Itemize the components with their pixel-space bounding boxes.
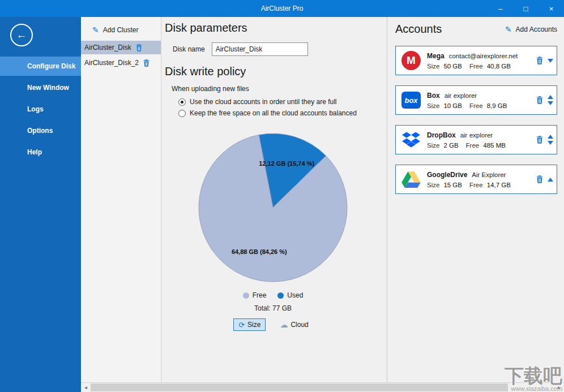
app-window: AirCluster Pro – □ × ← Configure Disk Ne… [0, 0, 564, 392]
account-name: contact@airexplorer.net [449, 53, 518, 59]
account-card-mega: M Mega contact@airexplorer.net Size 50 G… [395, 46, 557, 75]
minimize-button[interactable]: – [488, 0, 513, 17]
trash-icon [136, 44, 142, 51]
disk-write-policy-title: Disk write policy [165, 65, 381, 78]
googledrive-logo-icon [401, 169, 421, 189]
size-value: 15 GB [443, 182, 462, 188]
free-value: 485 MB [483, 142, 506, 149]
cluster-list-panel: ✎ Add Cluster AirCluster_Disk [81, 17, 161, 382]
pencil-icon: ✎ [505, 25, 512, 33]
sidebar-item-new-window[interactable]: New Window [0, 78, 81, 97]
trash-icon [143, 59, 149, 67]
sidebar-item-logs[interactable]: Logs [0, 100, 81, 119]
delete-account-button[interactable] [536, 175, 543, 183]
add-accounts-button[interactable]: ✎ Add Accounts [505, 25, 557, 33]
cloud-icon: ☁ [280, 321, 288, 329]
disk-parameters-title: Disk parameters [165, 21, 381, 35]
free-label: Free [469, 63, 483, 70]
sidebar-item-help[interactable]: Help [0, 143, 81, 162]
main-panel: Disk parameters Disk name Disk write pol… [161, 17, 387, 382]
scroll-left-button[interactable]: ◄ [81, 383, 91, 392]
move-down-button[interactable] [548, 101, 553, 105]
account-provider: GoogleDrive [427, 171, 467, 179]
delete-account-button[interactable] [536, 57, 543, 64]
move-up-button[interactable] [548, 95, 553, 99]
scroll-thumb[interactable] [91, 384, 508, 391]
size-label: Size [427, 63, 439, 70]
box-logo-icon: box [401, 90, 421, 110]
free-label: Free [466, 142, 480, 149]
chart-legend: Free Used [165, 291, 381, 299]
size-label: Size [427, 182, 439, 188]
scroll-right-button[interactable]: ► [554, 383, 564, 392]
add-cluster-button[interactable]: ✎ Add Cluster [81, 23, 161, 41]
total-label: Total: 77 GB [165, 304, 381, 312]
refresh-icon: ⟳ [238, 321, 245, 329]
disk-usage-pie-chart: 12,12 GB (15,74 %) 64,88 GB (84,26 %) [194, 128, 352, 287]
account-provider: Box [427, 92, 440, 100]
cluster-name: AirCluster_Disk [84, 44, 131, 51]
delete-cluster-button[interactable] [136, 44, 142, 51]
dropbox-logo-icon [401, 130, 421, 150]
size-value: 2 GB [443, 142, 458, 149]
free-value: 40,8 GB [487, 63, 511, 70]
account-card-dropbox: DropBox air explorer Size 2 GB Free 485 … [395, 125, 557, 154]
back-button[interactable]: ← [10, 24, 33, 46]
window-title: AirCluster Pro [76, 5, 488, 12]
move-up-button[interactable] [548, 135, 553, 139]
size-button-label: Size [247, 321, 260, 329]
delete-account-button[interactable] [536, 96, 543, 104]
radio-icon[interactable] [178, 98, 186, 106]
free-label: Free [469, 102, 483, 109]
move-down-button[interactable] [548, 59, 553, 63]
mega-logo-icon: M [401, 50, 421, 71]
cluster-row-aircluster-disk[interactable]: AirCluster_Disk [81, 41, 161, 54]
sidebar-item-configure-disk[interactable]: Configure Disk [0, 57, 81, 76]
cluster-name: AirCluster_Disk_2 [84, 59, 139, 67]
maximize-button[interactable]: □ [513, 0, 539, 17]
cloud-button-label: Cloud [290, 321, 308, 329]
legend-free-label: Free [253, 291, 267, 299]
size-value: 10 GB [443, 102, 462, 109]
legend-item-free: Free [243, 291, 267, 299]
size-toggle-button[interactable]: ⟳ Size [233, 318, 266, 331]
pie-label-0: 12,12 GB (15,74 %) [259, 160, 314, 167]
move-up-button[interactable] [548, 178, 553, 182]
titlebar: AirCluster Pro – □ × [0, 0, 564, 17]
add-cluster-label: Add Cluster [103, 26, 139, 34]
pie-chart-svg [194, 128, 352, 287]
horizontal-scrollbar[interactable]: ◄ ► [81, 382, 564, 392]
account-card-googledrive: GoogleDrive Air Explorer Size 15 GB Free… [395, 165, 557, 194]
cloud-toggle-button[interactable]: ☁ Cloud [276, 318, 312, 331]
account-name: Air Explorer [472, 171, 506, 178]
legend-used-dot [277, 292, 284, 299]
legend-free-dot [243, 292, 249, 299]
cluster-row-aircluster-disk-2[interactable]: AirCluster_Disk_2 [81, 56, 161, 70]
account-provider: Mega [427, 52, 445, 60]
trash-icon [536, 96, 543, 104]
size-label: Size [427, 102, 439, 109]
policy-option-in-order[interactable]: Use the cloud accounts in order until th… [178, 98, 381, 106]
pie-label-1: 64,88 GB (84,26 %) [232, 248, 287, 255]
disk-name-label: Disk name [173, 45, 205, 53]
disk-name-input[interactable] [212, 42, 308, 56]
move-down-button[interactable] [548, 141, 553, 145]
trash-icon [536, 175, 543, 183]
pencil-icon: ✎ [92, 26, 99, 34]
delete-account-button[interactable] [536, 136, 543, 144]
sidebar: ← Configure Disk New Window Logs Options… [0, 17, 81, 392]
trash-icon [536, 136, 543, 144]
account-name: air explorer [445, 92, 477, 99]
trash-icon [536, 57, 543, 64]
scroll-track[interactable] [91, 383, 554, 392]
free-value: 14,7 GB [487, 182, 511, 188]
radio-icon[interactable] [178, 110, 186, 117]
account-card-box: box Box air explorer Size 10 GB Free [395, 85, 557, 115]
delete-cluster-button[interactable] [143, 59, 149, 67]
policy-option-balanced[interactable]: Keep the free space on all the cloud acc… [178, 109, 381, 117]
close-button[interactable]: × [539, 0, 564, 17]
size-value: 50 GB [443, 63, 462, 70]
add-accounts-label: Add Accounts [516, 25, 557, 33]
size-label: Size [427, 142, 439, 149]
sidebar-item-options[interactable]: Options [0, 121, 81, 140]
